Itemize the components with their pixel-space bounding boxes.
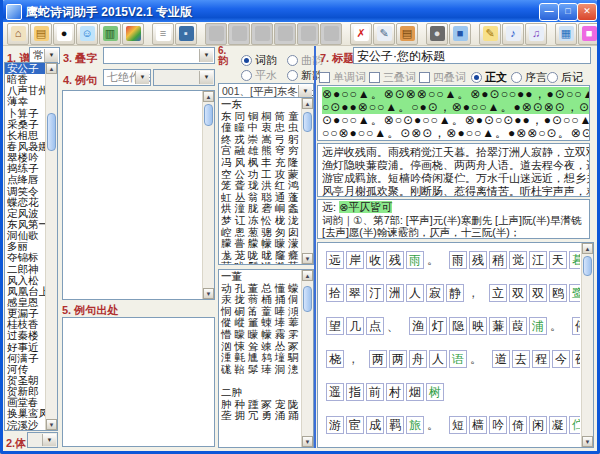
char-tile[interactable]: 天	[549, 251, 567, 269]
char-tile[interactable]: 闲	[529, 416, 547, 434]
chevron-down-icon[interactable]: ▼	[199, 71, 213, 84]
scroll-up-icon[interactable]: ▲	[203, 91, 214, 102]
char-tile[interactable]: 点	[366, 317, 384, 335]
cipai-list-item[interactable]: 河传	[5, 364, 46, 375]
checkbox-icon[interactable]	[369, 72, 380, 83]
radio-icon[interactable]	[547, 72, 558, 83]
ti-dropdown[interactable]: ▼	[27, 432, 58, 448]
char-tile[interactable]: 残	[386, 251, 404, 269]
char-tile[interactable]: 灯	[429, 317, 447, 335]
char-tile-rhyme[interactable]: 鹭	[569, 284, 580, 302]
checkbox-sandie[interactable]: 三叠词	[369, 67, 416, 85]
char-tile[interactable]: 远	[326, 251, 344, 269]
char-tile[interactable]: 觉	[509, 251, 527, 269]
char-tile[interactable]: 雨	[449, 251, 467, 269]
diezi-dropdown[interactable]: ▼	[103, 47, 215, 64]
panel-splitter[interactable]	[314, 46, 316, 448]
char-tile[interactable]: 前	[366, 383, 384, 401]
char-tile[interactable]: 葭	[509, 317, 527, 335]
char-tile[interactable]: 羁	[386, 416, 404, 434]
radio-xinyun[interactable]: 新韵	[287, 65, 323, 83]
scroll-thumb[interactable]	[303, 286, 312, 312]
scroll-up-icon[interactable]: ▲	[582, 243, 593, 254]
char-tile[interactable]: 停	[572, 317, 580, 335]
char-tile-rhyme[interactable]: 暮	[569, 251, 580, 269]
cipai-list-item[interactable]: 贺新郎	[5, 386, 46, 397]
radio-icon[interactable]	[287, 70, 298, 81]
char-tile[interactable]: 宦	[346, 416, 364, 434]
cipai-list-item[interactable]: 风入松	[5, 275, 46, 286]
cipai-list-item[interactable]: 贺圣朝	[5, 375, 46, 386]
minimize-button[interactable]: —	[539, 3, 559, 21]
char-tile[interactable]: 今	[552, 350, 570, 368]
radio-pingshui[interactable]: 平水	[241, 65, 277, 83]
char-tile-rhyme[interactable]: 树	[426, 383, 444, 401]
char-tile[interactable]: 倚	[509, 416, 527, 434]
cipai-list-item[interactable]: 换巢鸾凤	[5, 408, 46, 419]
camera-button[interactable]: ●	[426, 23, 448, 45]
delete-button[interactable]: ✗	[350, 23, 372, 45]
cipai-list-item[interactable]: 定风波	[5, 208, 46, 219]
scroll-down-icon[interactable]: ▼	[582, 436, 593, 447]
cipai-list-item[interactable]: 调笑令	[5, 186, 46, 197]
char-tile[interactable]: 鸥	[549, 284, 567, 302]
cipai-list-item[interactable]: 点绛唇	[5, 174, 46, 185]
char-tile[interactable]: 两	[369, 350, 387, 368]
radio-xuyan[interactable]: 序言	[511, 67, 547, 85]
char-tile[interactable]: 游	[326, 416, 344, 434]
cipai-list-item[interactable]: 凤凰台上忆	[5, 286, 46, 297]
chevron-down-icon[interactable]: ▼	[44, 49, 58, 62]
cipai-list-item[interactable]: 薄幸	[5, 96, 46, 107]
cipai-list-item[interactable]: 暗香	[5, 74, 46, 85]
char-tile[interactable]: 残	[469, 251, 487, 269]
chevron-down-icon[interactable]: ▼	[199, 49, 213, 62]
new-doc-button[interactable]: ≡	[152, 23, 174, 45]
cipai-list-item[interactable]: 桂枝香	[5, 319, 46, 330]
char-tile[interactable]: 吟	[489, 416, 507, 434]
cipai-list-item[interactable]: 洞仙歌	[5, 230, 46, 241]
cipai-list-item[interactable]: 二郎神	[5, 264, 46, 275]
chevron-down-icon[interactable]: ▼	[135, 71, 149, 84]
char-tile[interactable]: 人	[429, 350, 447, 368]
cipai-list-item[interactable]: 感皇恩	[5, 297, 46, 308]
save-button[interactable]: ▪	[175, 23, 197, 45]
char-tile[interactable]: 樯	[469, 416, 487, 434]
cipai-list-item[interactable]: 东风第一枝	[5, 219, 46, 230]
cipai-list-item[interactable]: 采桑子	[5, 119, 46, 130]
char-tile[interactable]: 双	[529, 284, 547, 302]
note-edit-button[interactable]: ✎	[479, 23, 501, 45]
export-button[interactable]: ■	[578, 23, 600, 45]
char-tile[interactable]: 汀	[366, 284, 384, 302]
char-tile[interactable]: 夜	[572, 350, 580, 368]
char-tile[interactable]: 渔	[409, 317, 427, 335]
scroll-thumb[interactable]	[47, 113, 56, 151]
liju-scrollbar[interactable]: ▲ ▼	[202, 91, 214, 299]
checkbox-sidie[interactable]: 四叠词	[419, 67, 466, 85]
cipai-list-item[interactable]: 更漏子	[5, 308, 46, 319]
char-tile[interactable]: 舟	[409, 350, 427, 368]
char-tile[interactable]: 两	[389, 350, 407, 368]
cipai-list-item[interactable]: 好事近	[5, 342, 46, 353]
radio-zhengwen[interactable]: 正文	[471, 67, 507, 85]
scroll-thumb[interactable]	[204, 104, 213, 126]
char-tile[interactable]: 静	[446, 284, 464, 302]
cipai-list-item[interactable]: 捣练子	[5, 163, 46, 174]
cipai-list-item[interactable]: 何满子	[5, 353, 46, 364]
char-tile[interactable]: 隐	[449, 317, 467, 335]
scroll-down-icon[interactable]: ▼	[302, 253, 313, 264]
char-tile-rhyme[interactable]: 雨	[406, 251, 424, 269]
cipai-list-item[interactable]: 春风袅娜	[5, 141, 46, 152]
cipai-list-item[interactable]: 过秦楼	[5, 330, 46, 341]
radio-houji[interactable]: 后记	[547, 67, 583, 85]
char-tile[interactable]: 人	[406, 284, 424, 302]
music-button[interactable]: ♪	[502, 23, 524, 45]
char-tile[interactable]: 翠	[346, 284, 364, 302]
char-tile[interactable]: 短	[449, 416, 467, 434]
cipai-list-item[interactable]: 浣溪沙	[5, 420, 46, 431]
checkbox-icon[interactable]	[419, 72, 430, 83]
scroll-down-icon[interactable]: ▼	[46, 419, 57, 430]
char-tile[interactable]: 寂	[426, 284, 444, 302]
screenshot-button[interactable]: ■	[449, 23, 471, 45]
char-tile[interactable]: 岸	[346, 251, 364, 269]
char-tile[interactable]: 望	[326, 317, 344, 335]
